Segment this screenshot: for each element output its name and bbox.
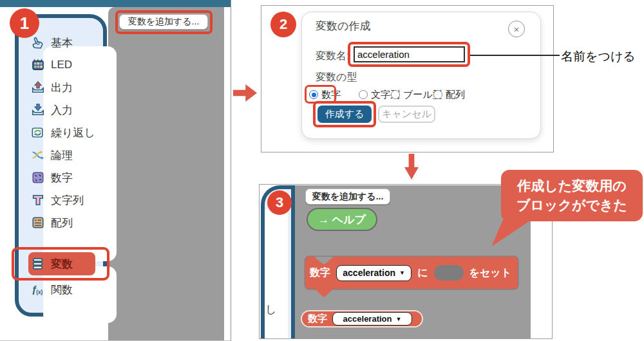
radio-icon (433, 90, 442, 99)
svg-text:(x): (x) (36, 290, 43, 295)
help-button[interactable]: → ヘルプ (307, 208, 377, 231)
sidebar-item-basic[interactable]: 基本 (28, 32, 97, 53)
sidebar-item-label: 出力 (51, 80, 73, 95)
sidebar-item-label: 入力 (51, 103, 73, 118)
sidebar-item-label: 配列 (51, 216, 73, 230)
tutorial-canvas: 基本 LED 出力 入力 繰り返し (0, 0, 644, 341)
block-category-label: 数字 (308, 313, 327, 325)
sidebar-item-label: LED (51, 59, 72, 71)
set-variable-block[interactable]: 数字 acceleration ▼ に をセット (305, 257, 518, 289)
variable-reporter-block[interactable]: 数字 acceleration ▼ (301, 310, 423, 327)
partial-item-text: し (265, 302, 276, 317)
variables-flyout-area (108, 7, 224, 341)
variable-icon (31, 257, 45, 271)
create-button[interactable]: 作成する (317, 106, 372, 123)
sidebar-item-loops[interactable]: 繰り返し (28, 122, 97, 143)
variable-dropdown[interactable]: acceleration ▼ (336, 265, 412, 281)
variable-name-input[interactable] (354, 46, 465, 62)
chevron-down-icon: ▼ (399, 270, 405, 276)
sidebar-item-string[interactable]: 文字列 (28, 189, 97, 211)
sidebar-item-variables[interactable]: 変数 (28, 252, 95, 275)
variable-name-label: 変数名: (316, 50, 349, 63)
step-badge-1: 1 (10, 8, 39, 38)
radio-selected-icon (309, 90, 318, 99)
sidebar-item-label: 論理 (51, 148, 73, 163)
cancel-button[interactable]: キャンセル (378, 106, 435, 123)
hand-icon (31, 35, 45, 50)
sidebar-item-functions[interactable]: ƒ(x) 関数 (28, 279, 97, 300)
flow-arrow-right-icon (233, 84, 257, 102)
sidebar-group-fragment (265, 208, 288, 339)
radio-type-number[interactable]: 数字 (309, 89, 341, 100)
sidebar-item-output[interactable]: 出力 (28, 77, 97, 98)
radio-type-array[interactable]: 配列 (433, 89, 465, 100)
loop-icon (31, 125, 45, 140)
panel-step1-editor: 基本 LED 出力 入力 繰り返し (0, 0, 231, 341)
value-input-slot[interactable] (434, 265, 464, 281)
block-particle-label: に (417, 266, 428, 280)
sidebar-item-label: 繰り返し (51, 125, 95, 140)
sidebar-item-label: 変数 (51, 257, 73, 272)
callout-bubble: 作成した変数用の ブロックができた (501, 170, 643, 221)
sidebar-item-label: 文字列 (51, 193, 84, 208)
array-icon (31, 216, 45, 230)
number-icon (31, 170, 45, 185)
radio-icon (391, 90, 400, 99)
sidebar-item-array[interactable]: 配列 (28, 212, 97, 234)
output-icon (31, 80, 45, 95)
step-badge-3: 3 (267, 190, 292, 215)
add-variable-button[interactable]: 変数を追加する... (119, 14, 208, 30)
led-icon (31, 58, 45, 72)
dialog-title: 変数の作成 (316, 19, 370, 33)
flow-arrow-down-icon (404, 154, 419, 180)
variable-type-label: 変数の型 (316, 71, 357, 84)
sidebar-item-number[interactable]: 数字 (28, 167, 97, 189)
add-variable-button[interactable]: 変数を追加する... (305, 189, 390, 205)
input-icon (31, 103, 45, 117)
annotation-line (470, 55, 560, 56)
close-icon[interactable]: × (508, 21, 525, 37)
sidebar-item-logic[interactable]: 論理 (28, 144, 97, 166)
step-badge-2: 2 (270, 12, 296, 37)
block-suffix-label: をセット (469, 266, 512, 280)
variable-dropdown[interactable]: acceleration ▼ (332, 312, 412, 326)
sidebar-item-led[interactable]: LED (28, 54, 97, 76)
radio-icon (359, 90, 368, 99)
block-category-label: 数字 (310, 266, 330, 280)
sidebar-item-label: 関数 (51, 282, 73, 297)
sidebar-item-input[interactable]: 入力 (28, 99, 97, 121)
sidebar-item-label: 基本 (51, 35, 73, 50)
function-icon: ƒ(x) (31, 282, 45, 297)
logic-icon (31, 148, 45, 162)
chevron-down-icon: ▼ (395, 316, 401, 322)
string-icon (31, 193, 45, 207)
sidebar-item-label: 数字 (51, 170, 73, 185)
annotation-name-hint: 名前をつける (561, 48, 636, 65)
editor-top-bar (0, 0, 231, 7)
